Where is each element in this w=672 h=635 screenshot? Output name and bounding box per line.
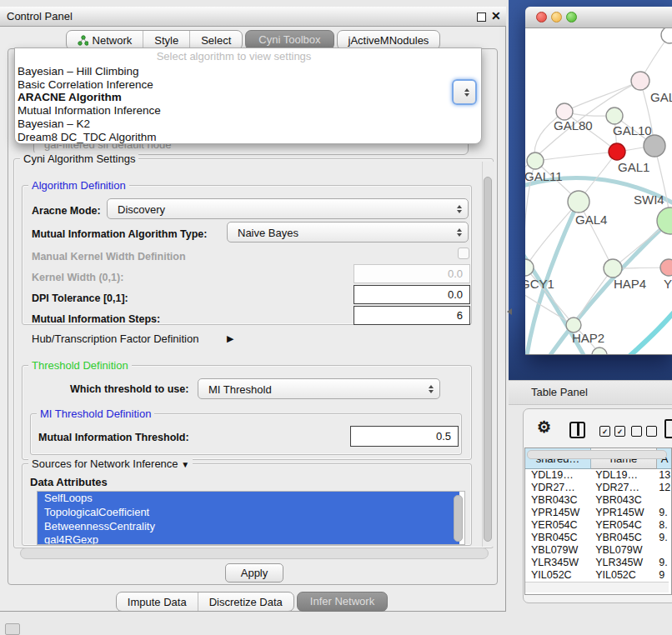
table-cell: YBR043C (525, 494, 592, 507)
network-node-y-cut[interactable] (660, 259, 672, 276)
network-node-gcy1[interactable] (525, 259, 534, 276)
minimize-traffic-light[interactable] (551, 12, 562, 22)
dpi-tolerance-input[interactable]: 0.0 (354, 285, 470, 304)
tab-infer-network[interactable]: Infer Network (297, 592, 388, 612)
table-row[interactable]: YDR27…YDR27…12 (525, 482, 672, 494)
network-node-gal1[interactable] (609, 143, 625, 160)
table-cell: 9 (656, 569, 672, 582)
gear-icon[interactable]: ⚙ (537, 418, 551, 437)
network-node-partial-bottom[interactable] (592, 348, 607, 354)
network-icon (78, 35, 88, 46)
data-attributes-label: Data Attributes (30, 476, 108, 488)
sources-group-title[interactable]: Sources for Network Inference ▼ (28, 458, 193, 470)
network-node-gal10[interactable] (606, 108, 623, 124)
table-hscrollbar-thumb[interactable] (527, 450, 667, 459)
new-table-icon[interactable] (664, 419, 672, 438)
table-row[interactable]: YPR145WYPR145W9. (525, 507, 672, 519)
table-cell: YDL19… (592, 469, 656, 482)
float-window-icon[interactable] (477, 12, 486, 22)
mi-type-value: Naive Bayes (238, 226, 298, 238)
table-cell: YER054C (592, 519, 656, 532)
table-cell (656, 544, 672, 557)
tab-style[interactable]: Style (143, 31, 189, 49)
network-node-gal-cut[interactable] (631, 72, 649, 90)
mi-steps-input[interactable]: 6 (354, 306, 470, 325)
network-node-partial-top[interactable] (661, 28, 672, 43)
checked-box-icon: ✓ (614, 426, 625, 437)
network-canvas[interactable]: GALGAL80GAL10GAL1GAL11GAL4SWI4GCY1HAP4YH… (525, 28, 672, 354)
kernel-width-input[interactable]: 0.0 (354, 264, 470, 283)
control-panel-tabs: Network Style Select Cyni Toolbox jActiv… (0, 30, 506, 48)
table-cell: YLR345W (592, 557, 656, 569)
close-traffic-light[interactable] (536, 12, 547, 22)
network-node-gal80[interactable] (556, 103, 573, 120)
table-row[interactable]: YBR045CYBR045C9. (525, 532, 672, 544)
table-row[interactable]: YBL079WYBL079W (525, 544, 672, 557)
screen: Control Panel ✕ Network Style Select Cyn… (0, 0, 672, 635)
panel-resize-handle[interactable] (507, 308, 512, 315)
dropdown-item[interactable]: Bayesian – Hill Climbing (18, 65, 161, 78)
which-threshold-combo[interactable]: MI Threshold (198, 378, 440, 399)
attribute-item-selected[interactable]: TopologicalCoefficient (38, 506, 459, 520)
tab-impute-data[interactable]: Impute Data (117, 592, 198, 611)
mi-threshold-label: Mutual Information Threshold: (38, 432, 189, 443)
aracne-mode-value: Discovery (118, 202, 165, 215)
sources-title-label: Sources for Network Inference (32, 458, 178, 470)
mi-threshold-value: 0.5 (436, 430, 451, 442)
mi-type-combo[interactable]: Naive Bayes (227, 222, 469, 242)
which-threshold-value: MI Threshold (208, 382, 272, 395)
attribute-item-selected[interactable]: BetweennessCentrality (38, 520, 459, 534)
network-node-label: GAL (650, 90, 672, 104)
tab-network[interactable]: Network (67, 31, 143, 49)
network-node-label: GAL1 (618, 160, 649, 174)
table-cell: 9. (656, 557, 672, 569)
settings-scrollbar-thumb[interactable] (484, 177, 492, 542)
network-node-gal4[interactable] (568, 191, 589, 212)
dropdown-item[interactable]: Basic Correlation Inference (18, 78, 161, 92)
mi-threshold-group-title: MI Threshold Definition (37, 408, 154, 420)
close-icon[interactable]: ✕ (491, 9, 501, 22)
network-node-label: GAL4 (575, 212, 607, 227)
network-node-gray-node[interactable] (644, 135, 665, 157)
aracne-mode-combo[interactable]: Discovery (107, 198, 469, 219)
hub-definition-expander-label[interactable]: Hub/Transcription Factor Definition (32, 332, 198, 345)
collapsed-panel-icon[interactable] (5, 623, 20, 635)
manual-kernel-checkbox[interactable] (458, 248, 469, 259)
threshold-definition-title: Threshold Definition (28, 359, 132, 372)
focused-combo-stepper[interactable] (452, 79, 477, 105)
attributes-scrollbar-thumb[interactable] (454, 495, 463, 542)
attribute-item-selected[interactable]: gal4RGexp (38, 533, 459, 545)
dropdown-item[interactable]: Dream8 DC_TDC Algorithm (18, 131, 161, 144)
table-hscrollbar[interactable] (525, 582, 669, 592)
tab-jactivemnodules[interactable]: jActiveMNodules (338, 31, 440, 49)
network-node-gal11[interactable] (527, 152, 544, 169)
zoom-traffic-light[interactable] (566, 12, 577, 22)
dpi-tolerance-label: DPI Tolerance [0,1]: (32, 292, 128, 304)
column-layout-icon[interactable] (569, 422, 585, 438)
table-row[interactable]: YIL052CYIL052C9 (525, 569, 672, 582)
panel-title: Control Panel (7, 10, 73, 22)
attribute-item-selected[interactable]: SelfLoops (38, 492, 459, 506)
show-checked-columns-button[interactable]: ✓ ✓ (599, 426, 625, 437)
dropdown-item-selected[interactable]: ARACNE Algorithm (18, 91, 161, 104)
dropdown-item[interactable]: Mutual Information Inference (18, 104, 161, 118)
table-row[interactable]: YLR345WYLR345W9. (525, 557, 672, 569)
network-node-hap4[interactable] (604, 259, 622, 278)
settings-group-title: Cyni Algorithm Settings (20, 152, 138, 165)
apply-button[interactable]: Apply (225, 563, 283, 582)
bright-teal-edge (627, 312, 672, 354)
network-node-label: SWI4 (634, 192, 664, 207)
table-cell: YBR043C (592, 494, 656, 507)
algorithm-definition-title: Algorithm Definition (28, 179, 129, 192)
table-row[interactable]: YBR043CYBR043C (525, 494, 672, 507)
hide-columns-button[interactable] (631, 426, 657, 437)
mi-threshold-input[interactable]: 0.5 (350, 426, 459, 447)
table-row[interactable]: YER054CYER054C8. (525, 519, 672, 532)
network-node-label: GAL10 (613, 123, 652, 138)
expand-right-icon[interactable]: ▶ (227, 333, 233, 344)
tab-select[interactable]: Select (189, 31, 242, 49)
dropdown-item[interactable]: Bayesian – K2 (18, 118, 161, 131)
horizontal-scrollbar[interactable] (20, 548, 489, 559)
table-row[interactable]: YDL19…YDL19…13 (525, 469, 672, 482)
tab-discretize-data[interactable]: Discretize Data (198, 592, 293, 611)
